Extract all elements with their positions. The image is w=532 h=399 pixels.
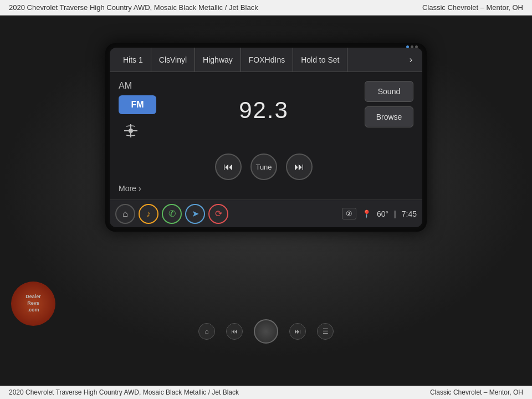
music-icon: ♪ xyxy=(146,209,151,219)
bottom-nav-bar: ⌂ ♪ ✆ ➤ ⟳ xyxy=(110,200,422,227)
infotainment-screen: Hits 1 ClsVinyl Highway FOXHdIns Hold to… xyxy=(110,48,422,227)
preset-next-arrow[interactable]: › xyxy=(405,55,417,65)
top-bar-right: Classic Chevrolet – Mentor, OH xyxy=(422,3,523,12)
car-display-area: Hits 1 ClsVinyl Highway FOXHdIns Hold to… xyxy=(0,16,532,359)
watermark-line1: Dealer xyxy=(25,294,41,300)
main-content-area: AM FM xyxy=(110,72,422,200)
preset-foxhdins[interactable]: FOXHdIns xyxy=(241,48,293,71)
sound-button[interactable]: Sound xyxy=(365,81,413,102)
playback-controls: ⏮ Tune ⏭ xyxy=(215,154,313,180)
dot-3 xyxy=(415,48,418,48)
infotainment-wrapper: Hits 1 ClsVinyl Highway FOXHdIns Hold to… xyxy=(105,43,427,232)
right-controls-column: Sound Browse xyxy=(365,79,413,193)
music-nav-button[interactable]: ♪ xyxy=(139,204,158,224)
navigation-nav-button[interactable]: ➤ xyxy=(185,204,205,224)
phy-prev-button[interactable]: ⏮ xyxy=(226,323,243,340)
top-info-bar: 2020 Chevrolet Traverse High Country AWD… xyxy=(0,0,532,16)
connect-nav-button[interactable]: ⟳ xyxy=(208,204,228,224)
time-display: 7:45 xyxy=(402,209,417,218)
prev-track-button[interactable]: ⏮ xyxy=(215,154,242,180)
phone-nav-button[interactable]: ✆ xyxy=(162,204,182,224)
preset-clsvinyl[interactable]: ClsVinyl xyxy=(151,48,195,71)
more-button[interactable]: More › xyxy=(119,184,141,193)
next-track-button[interactable]: ⏭ xyxy=(286,154,313,180)
fm-button[interactable]: FM xyxy=(119,95,156,114)
satellite-icon xyxy=(121,121,141,141)
dealerrevs-watermark: Dealer Revs .com xyxy=(11,282,55,326)
physical-controls-strip: ⌂ ⏮ ⏭ ☰ xyxy=(0,319,532,344)
satellite-radio-button[interactable] xyxy=(119,119,143,143)
location-icon: 📍 xyxy=(362,209,371,218)
dots-indicator xyxy=(406,48,418,48)
time-separator: | xyxy=(394,209,396,218)
home-nav-button[interactable]: ⌂ xyxy=(115,204,135,224)
volume-knob[interactable] xyxy=(254,319,278,344)
watermark-line2: Revs xyxy=(27,300,39,307)
screen-bezel: Hits 1 ClsVinyl Highway FOXHdIns Hold to… xyxy=(105,43,427,232)
bottom-bar-right: Classic Chevrolet – Mentor, OH xyxy=(430,388,523,396)
preset-bar: Hits 1 ClsVinyl Highway FOXHdIns Hold to… xyxy=(110,48,422,72)
phy-home-button[interactable]: ⌂ xyxy=(198,323,215,340)
preset-hits1[interactable]: Hits 1 xyxy=(115,48,151,71)
dot-1 xyxy=(406,48,409,48)
svg-point-0 xyxy=(129,129,133,133)
status-info: ② 📍 60° | 7:45 xyxy=(342,208,417,219)
phy-menu-button[interactable]: ☰ xyxy=(317,323,334,340)
bottom-info-bar: 2020 Chevrolet Traverse High Country AWD… xyxy=(0,386,532,399)
browse-button[interactable]: Browse xyxy=(365,106,413,127)
frequency-display: 92.3 xyxy=(239,97,289,124)
phy-next-button[interactable]: ⏭ xyxy=(289,323,306,340)
signal-badge: ② xyxy=(342,208,356,219)
center-content-column: 92.3 ⏮ Tune ⏭ xyxy=(168,79,359,193)
tune-button[interactable]: Tune xyxy=(250,154,277,180)
left-controls-column: AM FM xyxy=(119,79,163,193)
temperature-display: 60° xyxy=(377,209,388,218)
top-bar-left: 2020 Chevrolet Traverse High Country AWD… xyxy=(9,3,258,12)
preset-hold-to-set[interactable]: Hold to Set xyxy=(293,48,347,71)
watermark-line3: .com xyxy=(27,307,39,314)
connect-icon: ⟳ xyxy=(215,208,222,219)
nav-icon: ➤ xyxy=(192,208,199,219)
dot-2 xyxy=(411,48,413,48)
preset-highway[interactable]: Highway xyxy=(195,48,241,71)
home-icon: ⌂ xyxy=(122,209,128,219)
am-label[interactable]: AM xyxy=(119,79,132,91)
nav-icons: ⌂ ♪ ✆ ➤ ⟳ xyxy=(115,204,228,224)
watermark-circle: Dealer Revs .com xyxy=(11,282,55,326)
phone-icon: ✆ xyxy=(168,208,176,219)
bottom-bar-left: 2020 Chevrolet Traverse High Country AWD… xyxy=(9,388,239,396)
